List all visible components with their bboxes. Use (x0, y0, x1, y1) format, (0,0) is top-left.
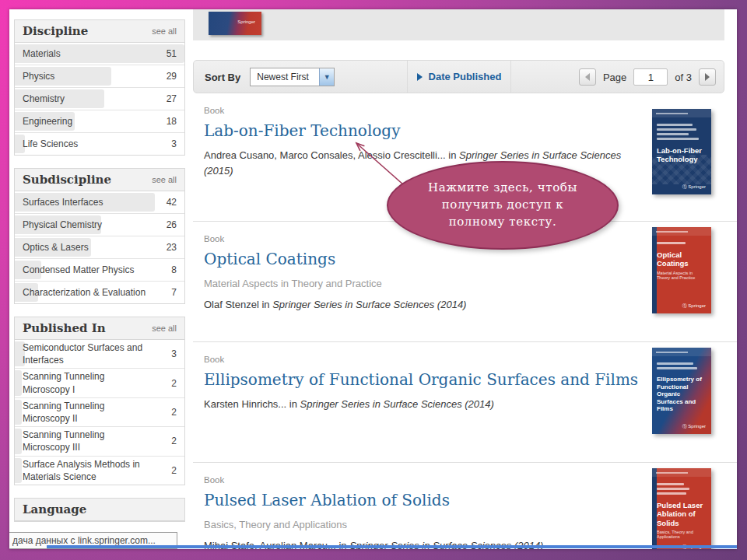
cover-author-lines (657, 124, 707, 140)
facet-label: Scanning Tunneling Microscopy II (23, 400, 152, 425)
sort-tab-date-published[interactable]: Date Published (407, 61, 511, 93)
facet-item[interactable]: Life Sciences3 (15, 133, 184, 155)
sort-dropdown[interactable]: Newest First ▼ (250, 68, 335, 86)
facet-count: 29 (167, 71, 177, 82)
facet-item[interactable]: Materials51 (15, 43, 184, 65)
facet-count: 2 (171, 465, 177, 476)
page-top-strip: Springer (193, 9, 724, 40)
facet-count: 18 (167, 116, 177, 127)
content-type-label: Book (204, 475, 647, 485)
date-published-label: Date Published (429, 71, 502, 82)
sort-group: Sort By Newest First ▼ (205, 68, 335, 86)
book-cover-thumbnail[interactable]: Pulsed Laser Ablation of Solids Basics, … (652, 468, 711, 549)
pagination: Page of 3 (579, 68, 716, 86)
facet-count: 2 (171, 436, 177, 446)
content-type-label: Book (204, 355, 647, 364)
facet-label: Optics & Lasers (23, 241, 92, 254)
facet-item[interactable]: Physics29 (15, 65, 184, 88)
callout-line: получить доступ к (442, 197, 564, 214)
cover-series-strip (652, 468, 711, 477)
facet-count: 8 (171, 264, 177, 275)
book-cover-thumbnail[interactable]: Lab-on-Fiber Technology Springer (652, 109, 711, 194)
facet-item[interactable]: Optics & Lasers23 (15, 236, 184, 259)
callout-line: Нажмите здесь, чтобы (428, 180, 577, 197)
play-icon (417, 73, 423, 81)
see-all-link[interactable]: see all (152, 26, 177, 36)
next-page-button[interactable] (699, 68, 716, 86)
result-title-link[interactable]: Optical Coatings (204, 250, 647, 268)
sidebar: Disciplinesee allMaterials51Physics29Che… (14, 19, 185, 522)
prev-page-icon (585, 73, 590, 81)
previous-result-cover-thumbnail[interactable]: Springer (209, 12, 261, 35)
facet-item[interactable]: Characterization & Evaluation7 (15, 282, 184, 303)
facet-label: Semiconductor Surfaces and Interfaces (23, 341, 152, 366)
see-all-link[interactable]: see all (152, 324, 177, 333)
next-page-icon (705, 73, 710, 81)
facet-label: Condensed Matter Physics (23, 264, 137, 276)
facet-count-bar (15, 400, 22, 425)
slide-divider-line (47, 545, 737, 548)
facet-section-title: Discipline (23, 24, 88, 38)
facet-count-bar (15, 429, 22, 453)
facet-count: 23 (167, 242, 177, 253)
facet-count-bar (15, 458, 22, 483)
result-title-link[interactable]: Pulsed Laser Ablation of Solids (204, 491, 647, 509)
facet-section: Subdisciplinesee allSurfaces Interfaces4… (14, 168, 185, 304)
facet-item[interactable]: Physical Chemistry26 (15, 214, 184, 236)
see-all-link[interactable]: see all (152, 175, 177, 184)
facet-label: Characterization & Evaluation (23, 286, 149, 299)
facet-item[interactable]: Condensed Matter Physics8 (15, 259, 184, 282)
facet-label: Physical Chemistry (23, 219, 105, 231)
result-subtitle: Basics, Theory and Applications (204, 519, 647, 530)
book-cover-thumbnail[interactable]: Optical Coatings Material Aspects in The… (652, 227, 711, 313)
facet-section: Language (14, 498, 185, 522)
sort-by-label: Sort By (205, 72, 240, 83)
facet-item[interactable]: Scanning Tunneling Microscopy II2 (15, 398, 184, 427)
facet-item[interactable]: Engineering18 (15, 110, 184, 133)
facet-count: 26 (167, 219, 177, 230)
facet-item[interactable]: Chemistry27 (15, 88, 184, 110)
facet-section: Published Insee allSemiconductor Surface… (14, 317, 185, 485)
facet-item[interactable]: Scanning Tunneling Microscopy III2 (15, 427, 184, 456)
springer-logo: Springer (682, 303, 706, 310)
facet-label: Engineering (23, 115, 75, 128)
page-label: Page (603, 72, 626, 83)
facet-count: 42 (167, 197, 177, 208)
cover-author-lines (657, 242, 707, 244)
facet-label: Scanning Tunneling Microscopy I (23, 370, 152, 395)
facet-section-title: Published In (23, 321, 106, 335)
facet-label: Surface Analysis Methods in Materials Sc… (23, 458, 152, 483)
springer-logo: Springer (682, 423, 706, 430)
springerlink-page: Disciplinesee allMaterials51Physics29Che… (9, 9, 737, 549)
prev-page-button[interactable] (579, 68, 596, 86)
result-title-link[interactable]: Ellipsometry of Functional Organic Surfa… (204, 370, 647, 389)
facet-item[interactable]: Semiconductor Surfaces and Interfaces3 (15, 340, 184, 369)
facet-label: Materials (23, 47, 64, 60)
cover-title: Pulsed Laser Ablation of Solids (657, 501, 707, 527)
sort-dropdown-value: Newest First (251, 72, 319, 82)
springer-logo: Springer (237, 19, 255, 24)
facet-label: Physics (23, 70, 58, 82)
result-authors: Olaf Stenzel in Springer Series in Surfa… (204, 297, 647, 313)
result-subtitle: Material Aspects in Theory and Practice (204, 278, 647, 289)
cover-author-lines (657, 483, 707, 495)
facet-section: Disciplinesee allMaterials51Physics29Che… (14, 19, 185, 156)
springer-logo: Springer (682, 184, 706, 191)
search-result-row: Book Pulsed Laser Ablation of Solids Bas… (193, 463, 737, 549)
facet-label: Life Sciences (23, 138, 81, 150)
cover-title: Lab-on-Fiber Technology (657, 146, 707, 164)
book-cover-thumbnail[interactable]: Ellipsometry of Functional Organic Surfa… (652, 348, 711, 434)
search-result-row: Book Ellipsometry of Functional Organic … (193, 342, 737, 463)
cover-title: Optical Coatings (657, 250, 707, 268)
content-type-label: Book (204, 106, 647, 115)
cover-title: Ellipsometry of Functional Organic Surfa… (657, 376, 707, 413)
callout-line: полному тексту. (449, 214, 557, 231)
facet-label: Scanning Tunneling Microscopy III (23, 429, 152, 453)
facet-item[interactable]: Surface Analysis Methods in Materials Sc… (15, 457, 184, 485)
page-number-input[interactable] (633, 68, 668, 86)
facet-count: 7 (171, 287, 177, 298)
cover-series-strip (652, 348, 711, 356)
facet-item[interactable]: Scanning Tunneling Microscopy I2 (15, 369, 184, 397)
callout-bubble: Нажмите здесь, чтобы получить доступ к п… (387, 161, 619, 250)
facet-item[interactable]: Surfaces Interfaces42 (15, 191, 184, 214)
